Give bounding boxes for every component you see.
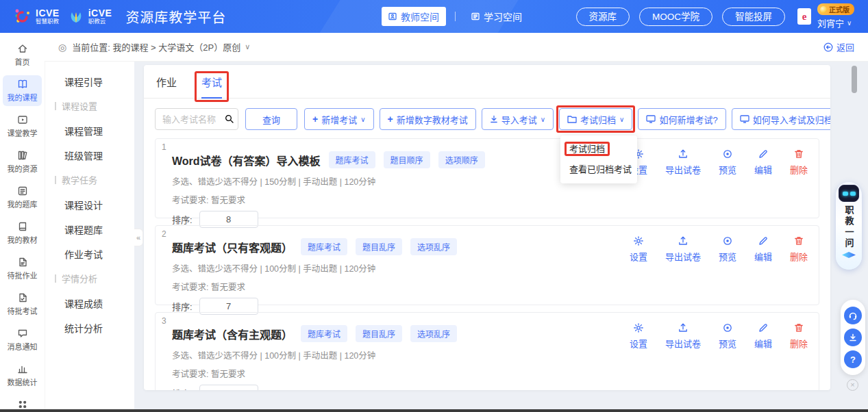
document-check-icon — [17, 292, 28, 303]
textbook-icon — [17, 221, 28, 232]
teacher-space-icon — [388, 12, 397, 21]
export-icon — [678, 235, 689, 246]
exam-tag: 题库考试 — [329, 151, 375, 168]
brand-doc-icon[interactable]: e — [797, 8, 811, 25]
help-button[interactable]: ? — [844, 350, 862, 368]
menu-item[interactable]: 课程管理 — [45, 119, 134, 144]
export-paper-button[interactable]: 导出试卷 — [665, 149, 701, 176]
toolbar-new-exam-button[interactable]: + 新增考试 ∨ — [304, 108, 374, 130]
search-box — [155, 108, 238, 130]
toolbar-how-to-create-button[interactable]: 如何新增考试? — [638, 108, 726, 130]
menu-item[interactable]: 课程成绩 — [45, 292, 134, 316]
sidebar-item-pending-exams[interactable]: 待批考试 — [3, 289, 42, 320]
settings-button[interactable]: 设置 — [630, 235, 647, 263]
menu-item[interactable]: 课程设置 — [45, 94, 134, 119]
logo-icve-zhihuizhijiao: ICVE 智慧职教 — [14, 8, 60, 25]
logo-text-primary: ICVE — [36, 8, 60, 18]
toolbar-import-exam-button[interactable]: 导入考试 ∨ — [482, 108, 554, 130]
robot-icon — [839, 185, 859, 202]
menu-item[interactable]: 班级管理 — [45, 144, 134, 168]
sidebar-item-my-textbooks[interactable]: 我的教材 — [3, 218, 42, 248]
assistant-label: 职教一问 — [843, 205, 856, 249]
sidebar-item-messages[interactable]: 消息通知 — [3, 324, 42, 355]
edition-badge-label: 正式版 — [829, 4, 850, 14]
sidebar-item-my-resources[interactable]: 我的资源 — [3, 146, 42, 177]
link-resource-library[interactable]: 资源库 — [576, 8, 630, 26]
export-icon — [678, 149, 689, 159]
headset-icon — [848, 311, 858, 320]
edit-button[interactable]: 编辑 — [754, 235, 772, 263]
export-paper-button[interactable]: 导出试卷 — [665, 235, 701, 263]
sidebar-item-classroom-teaching[interactable]: 课堂教学 — [3, 111, 42, 142]
gear-icon — [633, 322, 644, 333]
link-smart-casting[interactable]: 智能投屏 — [722, 8, 785, 26]
export-paper-button[interactable]: 导出试卷 — [665, 322, 701, 350]
sidebar-item-home[interactable]: 首页 — [3, 40, 42, 70]
menu-collapse-handle[interactable]: « — [134, 229, 143, 246]
menu-item[interactable]: 作业考试 — [45, 242, 134, 267]
download-button[interactable] — [844, 329, 862, 346]
toolbar: 查询 + 新增考试 ∨ + 新增数字教材考试 导入考试 ∨ — [155, 108, 819, 130]
import-icon — [490, 115, 498, 123]
dropdown-item-view-archived[interactable]: 查看已归档考试 — [560, 159, 637, 180]
archive-folder-icon — [567, 115, 577, 123]
learning-space-tab[interactable]: 学习空间 — [464, 7, 529, 26]
breadcrumb-bar: ◎ 当前位置: 我的课程 > 大学语文（2P）原创 ∨ 返回 — [45, 33, 868, 62]
exam-card: 3 题库考试（含有主观题） 题库考试 题目乱序 选项乱序 多选、错选少选不得分 … — [155, 312, 819, 390]
top-header: ICVE 智慧职教 iCVE 职教云 资源库教学平台 教师空间 — [0, 0, 868, 33]
preview-button[interactable]: 预览 — [719, 235, 736, 263]
sidebar-item-pending-homework[interactable]: 待批作业 — [3, 253, 42, 284]
menu-item[interactable]: 课程设计 — [45, 193, 134, 218]
menu-item[interactable]: 课程引导 — [45, 70, 134, 94]
export-icon — [678, 322, 689, 333]
menu-item[interactable]: 学情分析 — [45, 267, 134, 292]
delete-button[interactable]: 删除 — [790, 235, 808, 263]
breadcrumb-caret-icon[interactable]: ∨ — [245, 42, 250, 51]
header-links: 资源库 MOOC学院 智能投屏 — [576, 8, 786, 26]
archive-dropdown: 考试归档 查看已归档考试 — [560, 136, 637, 183]
teacher-space-tab[interactable]: 教师空间 — [382, 7, 446, 26]
toolbar-new-digital-textbook-exam-button[interactable]: + 新增数字教材考试 — [380, 108, 476, 130]
gear-icon — [633, 235, 644, 246]
sort-label: 排序: — [172, 300, 193, 313]
content-panel: 作业 考试 查询 + 新增考试 ∨ + 新增数字教材考试 — [144, 65, 830, 390]
play-video-icon — [17, 114, 28, 125]
tab-homework[interactable]: 作业 — [156, 75, 177, 98]
page: ICVE 智慧职教 iCVE 职教云 资源库教学平台 教师空间 — [0, 0, 868, 412]
customer-service-button[interactable] — [844, 307, 862, 324]
menu-item[interactable]: 课程题库 — [45, 218, 134, 242]
query-button[interactable]: 查询 — [245, 108, 297, 130]
toolbar-archive-button[interactable]: 考试归档 ∨ — [559, 108, 632, 130]
sort-order-input[interactable] — [199, 385, 258, 390]
document-lines-icon — [17, 257, 28, 268]
menu-item[interactable]: 教学任务 — [45, 168, 134, 193]
edit-button[interactable]: 编辑 — [754, 322, 772, 350]
tab-exam[interactable]: 考试 — [201, 75, 222, 99]
delete-button[interactable]: 删除 — [790, 149, 808, 176]
plus-icon: + — [312, 114, 318, 125]
user-menu[interactable]: 正式版 刘宵宁 ∨ — [817, 3, 854, 29]
delete-button[interactable]: 删除 — [790, 322, 808, 350]
scrollbar-thumb[interactable] — [852, 66, 857, 93]
back-button[interactable]: 返回 — [823, 40, 854, 53]
toolbar-how-to-import-button[interactable]: 如何导入考试及归档? — [732, 108, 830, 130]
edit-button[interactable]: 编辑 — [754, 149, 772, 176]
preview-button[interactable]: 预览 — [719, 149, 736, 176]
icve-swirl-icon — [14, 8, 32, 25]
menu-item[interactable]: 统计分析 — [45, 316, 134, 341]
settings-button[interactable]: 设置 — [630, 322, 647, 350]
link-mooc-academy[interactable]: MOOC学院 — [639, 8, 712, 26]
exam-title: 题库考试（含有主观题） — [172, 326, 293, 342]
help-pill: ? — [841, 300, 865, 375]
sidebar-item-my-question-bank[interactable]: 我的题库 — [3, 182, 42, 213]
sidebar-item-data-statistics[interactable]: 数据统计 — [3, 360, 42, 391]
exam-tag: 题库考试 — [301, 325, 347, 342]
home-icon — [17, 43, 28, 54]
sidebar-item-my-courses[interactable]: 我的课程 — [3, 75, 42, 106]
dropdown-item-archive[interactable]: 考试归档 — [560, 139, 637, 159]
question-bank-icon — [17, 185, 28, 196]
assistant-widget[interactable]: 职教一问 — [836, 182, 862, 270]
logo-text-secondary: iCVE — [88, 8, 112, 18]
close-widgets-button[interactable]: × — [847, 379, 858, 391]
preview-button[interactable]: 预览 — [719, 322, 736, 350]
